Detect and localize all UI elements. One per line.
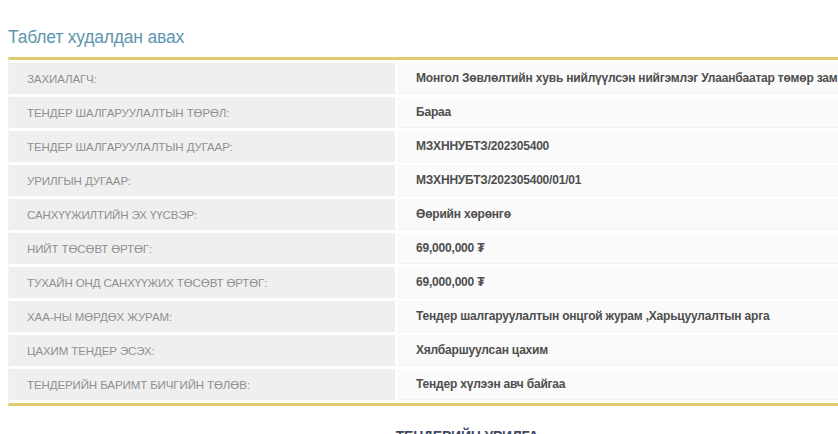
table-row: НИЙТ ТӨСӨВТ ӨРТӨГ: 69,000,000 ₮ — [9, 233, 838, 264]
row-label: ЗАХИАЛАГЧ: — [9, 63, 398, 94]
row-label: ТУХАЙН ОНД САНХҮҮЖИХ ТӨСӨВТ ӨРТӨГ: — [9, 267, 398, 298]
table-row: ЦАХИМ ТЕНДЕР ЭСЭХ: Хялбаршуулсан цахим — [9, 335, 838, 366]
row-value: Өөрийн хөрөнгө — [398, 199, 838, 230]
table-row: САНХҮҮЖИЛТИЙН ЭХ ҮҮСВЭР: Өөрийн хөрөнгө — [9, 199, 838, 230]
table-row: УРИЛГЫН ДУГААР: МЗХННУБТЗ/202305400/01/0… — [9, 165, 838, 196]
row-value: МЗХННУБТЗ/202305400 — [398, 131, 838, 162]
row-value: Тендер шалгаруулалтын онцгой журам ,Харь… — [398, 301, 838, 332]
row-label: УРИЛГЫН ДУГААР: — [9, 165, 398, 196]
row-value: Хялбаршуулсан цахим — [398, 335, 838, 366]
tender-invitation-heading: ТЕНДЕРИЙН УРИЛГА — [8, 428, 838, 434]
row-label: ТЕНДЕР ШАЛГАРУУЛАЛТЫН ТӨРӨЛ: — [9, 97, 398, 128]
row-value: Бараа — [398, 97, 838, 128]
table-row: ХАА-НЫ МӨРДӨХ ЖУРАМ: Тендер шалгаруулалт… — [9, 301, 838, 332]
row-label: ЦАХИМ ТЕНДЕР ЭСЭХ: — [9, 335, 398, 366]
row-value: Тендер хүлээн авч байгаа — [398, 369, 838, 400]
page-title: Таблет худалдан авах — [8, 0, 838, 48]
row-value: Монгол Зөвлөлтийн хувь нийлүүлсэн нийгэм… — [398, 63, 838, 94]
table-row: ЗАХИАЛАГЧ: Монгол Зөвлөлтийн хувь нийлүү… — [9, 63, 838, 94]
row-label: ТЕНДЕРИЙН БАРИМТ БИЧГИЙН ТӨЛӨВ: — [9, 369, 398, 400]
tender-detail-table: ЗАХИАЛАГЧ: Монгол Зөвлөлтийн хувь нийлүү… — [8, 57, 838, 406]
row-label: ХАА-НЫ МӨРДӨХ ЖУРАМ: — [9, 301, 398, 332]
row-label: САНХҮҮЖИЛТИЙН ЭХ ҮҮСВЭР: — [9, 199, 398, 230]
table-row: ТЕНДЕРИЙН БАРИМТ БИЧГИЙН ТӨЛӨВ: Тендер х… — [9, 369, 838, 400]
table-row: ТУХАЙН ОНД САНХҮҮЖИХ ТӨСӨВТ ӨРТӨГ: 69,00… — [9, 267, 838, 298]
row-label: ТЕНДЕР ШАЛГАРУУЛАЛТЫН ДУГААР: — [9, 131, 398, 162]
tender-detail-page: Таблет худалдан авах ЗАХИАЛАГЧ: Монгол З… — [8, 0, 838, 434]
row-label: НИЙТ ТӨСӨВТ ӨРТӨГ: — [9, 233, 398, 264]
row-value: МЗХННУБТЗ/202305400/01/01 — [398, 165, 838, 196]
table-row: ТЕНДЕР ШАЛГАРУУЛАЛТЫН ДУГААР: МЗХННУБТЗ/… — [9, 131, 838, 162]
row-value: 69,000,000 ₮ — [398, 233, 838, 264]
row-value: 69,000,000 ₮ — [398, 267, 838, 298]
table-row: ТЕНДЕР ШАЛГАРУУЛАЛТЫН ТӨРӨЛ: Бараа — [9, 97, 838, 128]
